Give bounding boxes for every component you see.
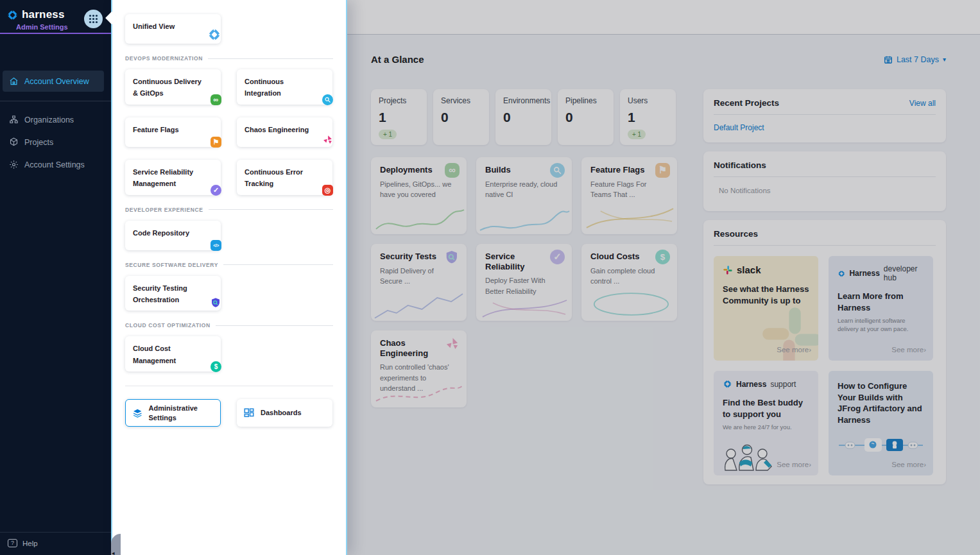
dashboards-icon (243, 407, 255, 419)
section-developer-experience: DEVELOPER EXPERIENCE (125, 207, 333, 213)
cloud-cost-icon: $ (211, 361, 221, 372)
brand-name: harness (22, 8, 65, 21)
sidebar-item-organizations[interactable]: Organizations (3, 109, 104, 130)
flyout-item-label: Unified View (133, 22, 175, 30)
flyout-item-cloud-cost-management[interactable]: Cloud Cost Management $ (125, 336, 221, 371)
flyout-item-label: Security Testing Orchestration (133, 284, 187, 303)
flyout-item-label: Chaos Engineering (245, 126, 309, 133)
help-icon: ? (8, 539, 17, 547)
flyout-item-label: Continuous Delivery & GitOps (133, 78, 202, 97)
code-repository-icon: </> (211, 240, 221, 251)
sidebar-item-label: Organizations (24, 115, 74, 124)
flyout-item-label: Cloud Cost Management (133, 345, 176, 364)
flyout-item-label: Feature Flags (133, 126, 179, 133)
flyout-item-label: Continuous Error Tracking (245, 168, 303, 187)
grid-icon (89, 14, 98, 24)
flyout-item-error-tracking[interactable]: Continuous Error Tracking ◎ (237, 160, 332, 195)
divider (0, 101, 111, 101)
flyout-item-cd-gitops[interactable]: Continuous Delivery & GitOps ∞ (125, 69, 221, 105)
sidebar-item-label: Projects (24, 138, 53, 147)
sidebar-item-label: Account Settings (24, 160, 85, 169)
divider (0, 33, 111, 34)
org-hierarchy-icon (9, 115, 19, 124)
help-button[interactable]: ? Help (0, 532, 111, 555)
section-cloud-cost-optimization: CLOUD COST OPTIMIZATION (125, 322, 333, 329)
cube-icon (9, 137, 19, 147)
service-reliability-icon: ✓ (211, 185, 221, 196)
cd-gitops-icon: ∞ (211, 94, 221, 105)
help-label: Help (22, 540, 38, 547)
flyout-item-dashboards[interactable]: Dashboards (237, 399, 332, 427)
home-icon (9, 76, 19, 86)
security-testing-icon (210, 297, 221, 309)
continuous-integration-icon (322, 94, 333, 105)
section-devops-modernization: DEVOPS MODERNIZATION (125, 55, 333, 62)
collapse-left-icon: ◂ (112, 550, 115, 555)
sidebar: harness Admin Settings Account Overview … (0, 0, 111, 555)
flyout-item-administrative-settings[interactable]: Administrative Settings (125, 399, 221, 427)
flyout-item-code-repository[interactable]: Code Repository </> (125, 221, 221, 250)
flyout-item-continuous-integration[interactable]: Continuous Integration (237, 69, 332, 105)
feature-flags-icon: ⚑ (211, 137, 221, 148)
sidebar-item-projects[interactable]: Projects (3, 132, 104, 153)
flyout-item-service-reliability[interactable]: Service Reliability Management ✓ (125, 160, 221, 195)
module-switcher-button[interactable] (84, 10, 103, 28)
chaos-engineering-icon (322, 134, 333, 145)
flyout-item-label: Code Repository (133, 229, 189, 237)
flyout-item-security-testing[interactable]: Security Testing Orchestration (125, 276, 221, 311)
flyout-item-label: Dashboards (261, 408, 302, 418)
flyout-item-label: Service Reliability Management (133, 168, 193, 187)
gear-icon (9, 160, 19, 169)
sidebar-item-account-settings[interactable]: Account Settings (3, 154, 104, 175)
error-tracking-icon: ◎ (322, 185, 333, 196)
module-switcher-popover: Unified View DEVOPS MODERNIZATION Contin… (111, 0, 347, 555)
flyout-item-chaos-engineering[interactable]: Chaos Engineering (237, 117, 332, 147)
harness-logo-icon (6, 9, 19, 21)
sidebar-item-account-overview[interactable]: Account Overview (3, 71, 104, 92)
flyout-item-feature-flags[interactable]: Feature Flags ⚑ (125, 117, 221, 147)
flyout-item-unified-view[interactable]: Unified View (125, 14, 221, 44)
harness-unified-icon (207, 28, 221, 42)
section-secure-software-delivery: SECURE SOFTWARE DELIVERY (125, 262, 333, 268)
layers-icon (132, 407, 143, 420)
panel-collapse-handle[interactable]: ◂ (111, 534, 121, 555)
flyout-item-label: Administrative Settings (149, 404, 214, 423)
flyout-item-label: Continuous Integration (245, 78, 284, 97)
sidebar-item-label: Account Overview (24, 77, 89, 86)
